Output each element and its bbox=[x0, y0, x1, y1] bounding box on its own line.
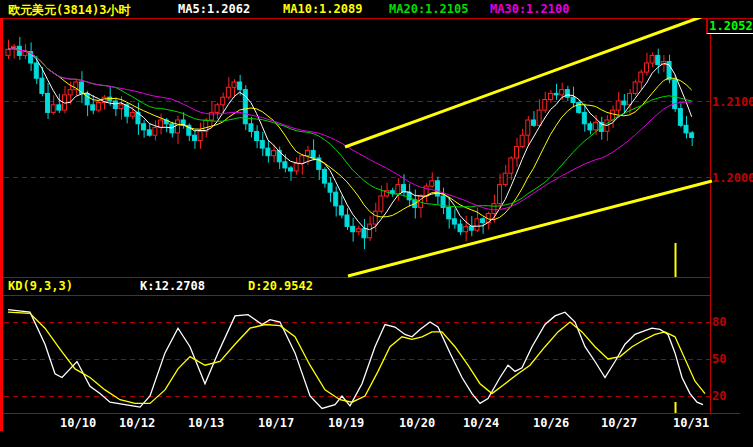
candlestick-chart-canvas[interactable] bbox=[0, 0, 753, 447]
window-left-border bbox=[0, 0, 3, 447]
ma10-value-label: MA10:1.2089 bbox=[283, 2, 362, 16]
symbol-title: 欧元美元(3814)3小时 bbox=[8, 2, 131, 19]
date-axis-label: 10/19 bbox=[328, 416, 364, 430]
date-axis-label: 10/20 bbox=[399, 416, 435, 430]
status-bar: 恒指数 0.0/0.0 LME铜03 0.0/0.0 美元指数 99.65/0.… bbox=[0, 431, 753, 447]
price-axis-label: 1.2100 bbox=[712, 95, 753, 109]
ma5-value-label: MA5:1.2062 bbox=[178, 2, 250, 16]
date-axis-label: 10/12 bbox=[119, 416, 155, 430]
date-axis-label: 10/10 bbox=[60, 416, 96, 430]
ma20-value-label: MA20:1.2105 bbox=[389, 2, 468, 16]
kd-d-value-label: D:20.9542 bbox=[248, 279, 313, 293]
chart-window: 欧元美元(3814)3小时 MA5:1.2062 MA10:1.2089 MA2… bbox=[0, 0, 753, 447]
ma30-value-label: MA30:1.2100 bbox=[490, 2, 569, 16]
price-axis-label: 1.2000 bbox=[712, 171, 753, 185]
candle-layer bbox=[6, 37, 694, 249]
kd-indicator-name[interactable]: KD(9,3,3) bbox=[8, 279, 73, 293]
kd-axis-label: 20 bbox=[712, 389, 726, 403]
kd-axis-label: 80 bbox=[712, 315, 726, 329]
kd-axis-label: 50 bbox=[712, 352, 726, 366]
kd-k-value-label: K:12.2708 bbox=[140, 279, 205, 293]
date-axis-label: 10/27 bbox=[601, 416, 637, 430]
date-axis-label: 10/13 bbox=[188, 416, 224, 430]
date-axis-label: 10/31 bbox=[673, 416, 709, 430]
date-axis-label: 10/26 bbox=[533, 416, 569, 430]
date-axis-label: 10/17 bbox=[258, 416, 294, 430]
current-price-box: 1.2052 bbox=[706, 19, 753, 34]
kd-indicator-header: KD(9,3,3) K:12.2708 D:20.9542 bbox=[0, 279, 753, 295]
chart-header-bar: 欧元美元(3814)3小时 MA5:1.2062 MA10:1.2089 MA2… bbox=[0, 0, 753, 18]
date-axis-label: 10/24 bbox=[463, 416, 499, 430]
